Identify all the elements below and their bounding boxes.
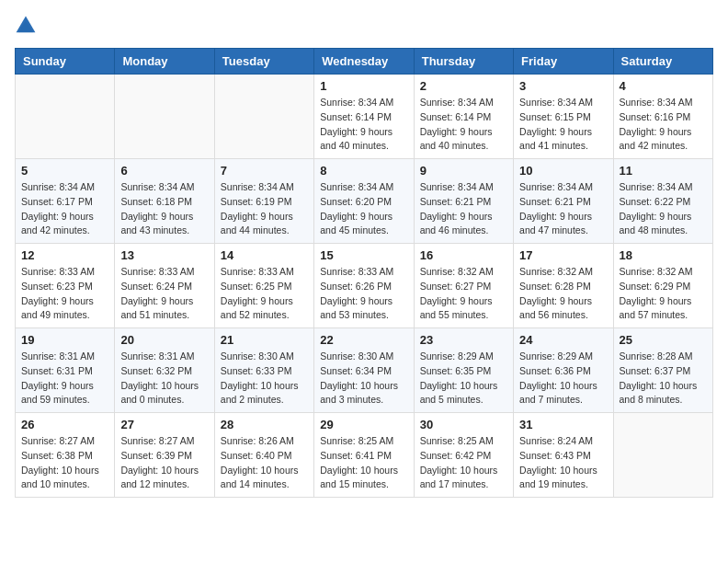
- calendar-cell: 30Sunrise: 8:25 AMSunset: 6:42 PMDayligh…: [414, 413, 513, 498]
- day-info: Sunrise: 8:25 AMSunset: 6:41 PMDaylight:…: [320, 434, 407, 492]
- day-info: Sunrise: 8:24 AMSunset: 6:43 PMDaylight:…: [519, 434, 607, 492]
- weekday-header-sunday: Sunday: [16, 49, 115, 75]
- calendar-week-row: 26Sunrise: 8:27 AMSunset: 6:38 PMDayligh…: [16, 413, 713, 498]
- day-number: 2: [420, 79, 507, 93]
- calendar-cell: 6Sunrise: 8:34 AMSunset: 6:18 PMDaylight…: [115, 159, 214, 244]
- calendar-cell: 5Sunrise: 8:34 AMSunset: 6:17 PMDaylight…: [16, 159, 115, 244]
- calendar-cell: [16, 75, 115, 159]
- calendar-cell: 21Sunrise: 8:30 AMSunset: 6:33 PMDayligh…: [214, 328, 313, 413]
- day-info: Sunrise: 8:34 AMSunset: 6:15 PMDaylight:…: [519, 96, 607, 154]
- day-number: 13: [120, 248, 208, 262]
- day-info: Sunrise: 8:32 AMSunset: 6:29 PMDaylight:…: [620, 265, 707, 323]
- day-number: 7: [221, 164, 308, 178]
- calendar-cell: [613, 413, 712, 498]
- day-info: Sunrise: 8:34 AMSunset: 6:22 PMDaylight:…: [620, 180, 707, 238]
- day-info: Sunrise: 8:30 AMSunset: 6:34 PMDaylight:…: [320, 350, 407, 408]
- day-number: 19: [21, 333, 108, 347]
- logo: [15, 15, 40, 37]
- day-number: 16: [420, 248, 507, 262]
- weekday-header-friday: Friday: [514, 49, 613, 75]
- calendar-cell: 4Sunrise: 8:34 AMSunset: 6:16 PMDaylight…: [613, 75, 712, 159]
- calendar-week-row: 12Sunrise: 8:33 AMSunset: 6:23 PMDayligh…: [16, 244, 713, 328]
- day-info: Sunrise: 8:31 AMSunset: 6:31 PMDaylight:…: [21, 350, 108, 408]
- day-info: Sunrise: 8:31 AMSunset: 6:32 PMDaylight:…: [120, 350, 208, 408]
- day-number: 8: [320, 164, 407, 178]
- calendar-cell: 28Sunrise: 8:26 AMSunset: 6:40 PMDayligh…: [214, 413, 313, 498]
- day-info: Sunrise: 8:30 AMSunset: 6:33 PMDaylight:…: [221, 350, 308, 408]
- calendar-cell: 12Sunrise: 8:33 AMSunset: 6:23 PMDayligh…: [16, 244, 115, 328]
- day-number: 9: [420, 164, 507, 178]
- day-number: 15: [320, 248, 407, 262]
- calendar-cell: 13Sunrise: 8:33 AMSunset: 6:24 PMDayligh…: [115, 244, 214, 328]
- calendar-cell: 14Sunrise: 8:33 AMSunset: 6:25 PMDayligh…: [214, 244, 313, 328]
- calendar-cell: 8Sunrise: 8:34 AMSunset: 6:20 PMDaylight…: [314, 159, 414, 244]
- calendar-cell: 25Sunrise: 8:28 AMSunset: 6:37 PMDayligh…: [613, 328, 712, 413]
- day-number: 30: [420, 418, 507, 431]
- day-info: Sunrise: 8:34 AMSunset: 6:18 PMDaylight:…: [120, 180, 208, 238]
- calendar-week-row: 5Sunrise: 8:34 AMSunset: 6:17 PMDaylight…: [16, 159, 713, 244]
- calendar-cell: 2Sunrise: 8:34 AMSunset: 6:14 PMDaylight…: [414, 75, 513, 159]
- calendar-cell: 23Sunrise: 8:29 AMSunset: 6:35 PMDayligh…: [414, 328, 513, 413]
- day-info: Sunrise: 8:34 AMSunset: 6:16 PMDaylight:…: [620, 96, 707, 154]
- day-number: 1: [320, 79, 407, 93]
- day-number: 24: [519, 333, 607, 347]
- day-number: 28: [221, 418, 308, 431]
- calendar-cell: 3Sunrise: 8:34 AMSunset: 6:15 PMDaylight…: [514, 75, 613, 159]
- calendar-cell: 24Sunrise: 8:29 AMSunset: 6:36 PMDayligh…: [514, 328, 613, 413]
- day-info: Sunrise: 8:34 AMSunset: 6:21 PMDaylight:…: [519, 180, 607, 238]
- day-number: 14: [221, 248, 308, 262]
- day-info: Sunrise: 8:33 AMSunset: 6:24 PMDaylight:…: [120, 265, 208, 323]
- calendar-cell: [214, 75, 313, 159]
- calendar-cell: 9Sunrise: 8:34 AMSunset: 6:21 PMDaylight…: [414, 159, 513, 244]
- day-info: Sunrise: 8:27 AMSunset: 6:39 PMDaylight:…: [120, 434, 208, 492]
- day-number: 23: [420, 333, 507, 347]
- weekday-header-thursday: Thursday: [414, 49, 513, 75]
- day-number: 26: [21, 418, 108, 431]
- calendar-cell: [115, 75, 214, 159]
- page-header: [15, 15, 713, 37]
- day-number: 6: [120, 164, 208, 178]
- day-info: Sunrise: 8:34 AMSunset: 6:17 PMDaylight:…: [21, 180, 108, 238]
- day-number: 18: [620, 248, 707, 262]
- day-info: Sunrise: 8:29 AMSunset: 6:36 PMDaylight:…: [519, 350, 607, 408]
- day-number: 17: [519, 248, 607, 262]
- day-number: 4: [620, 79, 707, 93]
- calendar-cell: 7Sunrise: 8:34 AMSunset: 6:19 PMDaylight…: [214, 159, 313, 244]
- day-number: 20: [120, 333, 208, 347]
- day-info: Sunrise: 8:32 AMSunset: 6:28 PMDaylight:…: [519, 265, 607, 323]
- calendar-cell: 11Sunrise: 8:34 AMSunset: 6:22 PMDayligh…: [613, 159, 712, 244]
- day-number: 29: [320, 418, 407, 431]
- calendar-cell: 1Sunrise: 8:34 AMSunset: 6:14 PMDaylight…: [314, 75, 414, 159]
- calendar-cell: 18Sunrise: 8:32 AMSunset: 6:29 PMDayligh…: [613, 244, 712, 328]
- day-info: Sunrise: 8:33 AMSunset: 6:26 PMDaylight:…: [320, 265, 407, 323]
- day-info: Sunrise: 8:34 AMSunset: 6:21 PMDaylight:…: [420, 180, 507, 238]
- day-info: Sunrise: 8:29 AMSunset: 6:35 PMDaylight:…: [420, 350, 507, 408]
- weekday-header-wednesday: Wednesday: [314, 49, 414, 75]
- calendar-cell: 26Sunrise: 8:27 AMSunset: 6:38 PMDayligh…: [16, 413, 115, 498]
- calendar-cell: 20Sunrise: 8:31 AMSunset: 6:32 PMDayligh…: [115, 328, 214, 413]
- day-info: Sunrise: 8:34 AMSunset: 6:14 PMDaylight:…: [320, 96, 407, 154]
- day-info: Sunrise: 8:34 AMSunset: 6:20 PMDaylight:…: [320, 180, 407, 238]
- day-info: Sunrise: 8:33 AMSunset: 6:23 PMDaylight:…: [21, 265, 108, 323]
- day-number: 11: [620, 164, 707, 178]
- day-info: Sunrise: 8:33 AMSunset: 6:25 PMDaylight:…: [221, 265, 308, 323]
- day-number: 31: [519, 418, 607, 431]
- weekday-header-monday: Monday: [115, 49, 214, 75]
- day-info: Sunrise: 8:34 AMSunset: 6:14 PMDaylight:…: [420, 96, 507, 154]
- calendar-cell: 10Sunrise: 8:34 AMSunset: 6:21 PMDayligh…: [514, 159, 613, 244]
- day-info: Sunrise: 8:28 AMSunset: 6:37 PMDaylight:…: [620, 350, 707, 408]
- day-number: 3: [519, 79, 607, 93]
- day-number: 25: [620, 333, 707, 347]
- calendar-cell: 15Sunrise: 8:33 AMSunset: 6:26 PMDayligh…: [314, 244, 414, 328]
- day-info: Sunrise: 8:27 AMSunset: 6:38 PMDaylight:…: [21, 434, 108, 492]
- logo-icon: [15, 15, 37, 37]
- calendar-cell: 31Sunrise: 8:24 AMSunset: 6:43 PMDayligh…: [514, 413, 613, 498]
- calendar-table: SundayMondayTuesdayWednesdayThursdayFrid…: [15, 48, 713, 498]
- calendar-cell: 27Sunrise: 8:27 AMSunset: 6:39 PMDayligh…: [115, 413, 214, 498]
- day-number: 12: [21, 248, 108, 262]
- calendar-cell: 16Sunrise: 8:32 AMSunset: 6:27 PMDayligh…: [414, 244, 513, 328]
- day-number: 10: [519, 164, 607, 178]
- calendar-week-row: 1Sunrise: 8:34 AMSunset: 6:14 PMDaylight…: [16, 75, 713, 159]
- day-info: Sunrise: 8:25 AMSunset: 6:42 PMDaylight:…: [420, 434, 507, 492]
- day-number: 21: [221, 333, 308, 347]
